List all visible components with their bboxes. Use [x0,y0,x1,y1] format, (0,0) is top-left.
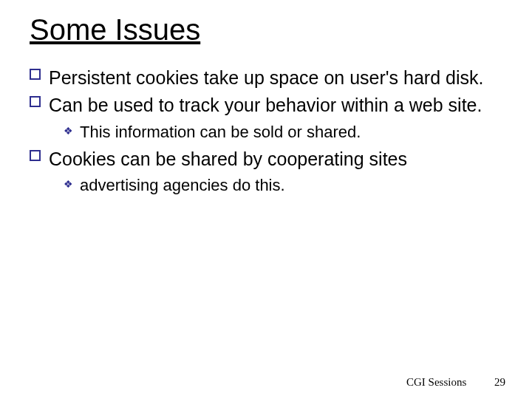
page-title: Some Issues [30,13,502,46]
list-subitem: ❖ This information can be sold or shared… [64,122,502,143]
list-item-text: Can be used to track your behavior withi… [49,95,482,115]
list-item-text: Persistent cookies take up space on user… [49,67,483,88]
footer-label: CGI Sessions [406,376,466,388]
square-bullet-icon [30,96,41,107]
square-bullet-icon [30,150,41,161]
footer: CGI Sessions 29 [406,376,505,389]
list-subitem: ❖ advertising agencies do this. [64,175,502,196]
diamond-bullet-icon: ❖ [64,180,72,188]
page-number: 29 [494,376,505,388]
list-subitem-text: advertising agencies do this. [80,176,285,194]
slide: Some Issues Persistent cookies take up s… [0,0,532,399]
list-item-text: Cookies can be shared by cooperating sit… [49,149,407,169]
list-subitem-text: This information can be sold or shared. [80,123,361,141]
bullet-list: Persistent cookies take up space on user… [30,66,502,196]
list-item: Cookies can be shared by cooperating sit… [30,148,502,171]
list-item: Persistent cookies take up space on user… [30,66,502,89]
diamond-bullet-icon: ❖ [64,126,72,135]
square-bullet-icon [30,69,41,80]
list-item: Can be used to track your behavior withi… [30,94,502,117]
